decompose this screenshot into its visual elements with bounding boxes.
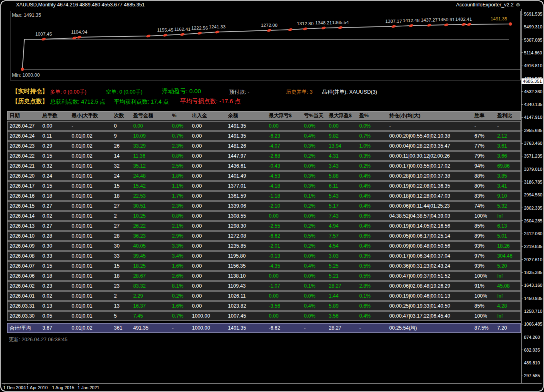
table-cell: 80%	[474, 182, 484, 190]
trade-marker	[391, 24, 396, 28]
table-cell: 0.00	[192, 252, 202, 260]
table-cell: Inf	[497, 212, 503, 220]
history-points-section: 【历史点数】	[12, 98, 48, 105]
table-cell: 2026.04.23	[10, 142, 35, 150]
table-header: 日期总手数最小|大手数次数盈亏金额%出入金余额最大浮亏$亏%当天最大浮盈$盈%持…	[7, 111, 521, 120]
right-axis[interactable]: 5691.5355499.3105307.0855114.8604916.810…	[521, 0, 544, 384]
table-cell: 0.1%	[304, 282, 316, 290]
table-row: 2026.04.200.240.01|0.012424.481.8%0.0014…	[7, 171, 521, 181]
table-cell: -4.35	[269, 262, 280, 270]
price-tick-label: 5691.535	[524, 12, 542, 16]
table-cell: 0.5%	[359, 262, 371, 270]
equity-curve-svg: 1007.451104.941155.451162.411222.561241.…	[10, 11, 520, 80]
tick-mark	[521, 195, 523, 195]
table-cell: 2026.04.14	[10, 212, 35, 220]
table-cell: 0.2%	[359, 162, 371, 170]
table-cell: 0.27	[42, 202, 52, 210]
equity-point-label: 1437.27	[421, 18, 438, 22]
price-tick-label: 489.810	[524, 360, 540, 365]
table-row: 2026.04.220.150.01|0.021411.360.8%0.0014…	[7, 151, 521, 161]
tick-mark	[521, 246, 523, 247]
price-tick-label: 1835.385	[524, 270, 542, 275]
table-cell: 0.1%	[359, 292, 371, 300]
table-row: 2026.04.270.00-00.000.0%0.001491.350.000…	[7, 121, 521, 131]
column-header: 胜率	[474, 112, 484, 120]
table-cell: 0.4%	[359, 222, 371, 230]
table-cell: 0.3%	[359, 252, 371, 260]
table-cell: 0.00	[42, 122, 52, 130]
table-cell: 0.00	[192, 142, 202, 150]
table-cell: 0.00	[192, 122, 202, 130]
table-cell: 1272.08	[228, 232, 246, 240]
price-tick: 682.035	[521, 347, 540, 353]
table-cell: 1436.61	[228, 162, 246, 170]
table-cell: 0.00	[192, 222, 202, 230]
table-cell: 0.0%	[304, 212, 316, 220]
price-tick-label: 5114.860	[524, 50, 542, 55]
table-cell: 0.01|0.01	[72, 272, 92, 280]
current-price-box: 4685.351	[522, 78, 543, 84]
equity-chart-panel[interactable]: 1007.451104.941155.451162.411222.561241.…	[10, 11, 521, 80]
table-cell: 30	[114, 242, 120, 250]
equity-line	[22, 24, 510, 69]
table-cell: 5.20	[497, 262, 507, 270]
table-cell: 3.56	[329, 312, 338, 320]
equity-point-label: 1365.54	[332, 20, 349, 25]
equity-point-label: 1162.41	[174, 27, 191, 32]
price-tick: 297.585	[521, 373, 540, 378]
table-cell: 7.45	[133, 312, 143, 320]
column-header: 日期	[10, 112, 20, 120]
table-cell: 0.28	[42, 232, 52, 240]
table-cell: 22.53	[133, 192, 146, 200]
table-cell: 7.57	[329, 232, 338, 240]
table-cell: 00:00:36|00:31:23|02:43:24	[389, 262, 450, 270]
table-cell: 10.25	[133, 212, 146, 220]
price-tick: 1643.160	[521, 282, 542, 288]
totals-cell: 合计/平均	[10, 324, 31, 332]
table-cell: 67%	[474, 132, 484, 140]
table-cell: 1.44	[329, 292, 338, 300]
updated-timestamp: 更新: 2026.04.27 06:38:45	[9, 336, 68, 343]
table-cell: 30.51	[133, 202, 146, 210]
table-cell: 7.43	[329, 212, 338, 220]
table-cell: 1000.00	[192, 312, 210, 320]
table-cell: 0.01|0.01	[72, 212, 92, 220]
table-cell: 4.28	[497, 302, 507, 310]
tick-mark	[521, 182, 523, 182]
table-cell: 0.01|0.01	[72, 302, 92, 310]
price-tick: 2604.285	[521, 218, 542, 224]
table-cell: 0.30	[42, 242, 52, 250]
price-tick: 3955.685	[521, 128, 542, 133]
table-row: 2026.04.150.270.01|0.012730.512.3%0.0013…	[7, 201, 521, 211]
table-cell: 1023.82	[228, 302, 246, 310]
table-cell: 00:00:19|00:22:08|01:36:35	[389, 182, 450, 190]
table-cell: 1298.30	[228, 222, 246, 230]
table-cell: 89%	[474, 232, 484, 240]
tick-mark	[521, 350, 523, 350]
bottom-axis[interactable]: 1 Dec 20041 Apr 20101 Aug 20151 Jan 2021	[0, 383, 521, 391]
column-header: 持仓(小|均|大)	[389, 112, 420, 120]
table-cell: 45.08	[497, 282, 510, 290]
tick-mark	[521, 259, 523, 260]
table-cell: 2026.04.10	[10, 232, 35, 240]
table-cell: 0.00	[269, 122, 278, 130]
smiley-icon[interactable]: ☺	[515, 1, 521, 8]
table-cell: 1235.85	[228, 242, 246, 250]
equity-point-label: 1348.21	[315, 20, 332, 25]
table-cell: 2.6%	[172, 272, 184, 280]
table-cell: 2026.04.16	[10, 192, 35, 200]
table-cell: 0.4%	[359, 192, 371, 200]
table-cell: 0.01|0.01	[72, 192, 92, 200]
table-cell: 85%	[474, 302, 484, 310]
table-cell: 0.32	[42, 162, 52, 170]
column-header: 亏%当天	[304, 112, 324, 120]
totals-cell: 3.67	[42, 324, 52, 332]
table-cell: 94%	[474, 162, 484, 170]
table-cell: 0.01|0.01	[72, 282, 92, 290]
table-cell: 2026.04.15	[10, 202, 35, 210]
table-cell: 2.3%	[172, 142, 184, 150]
table-cell: 0.01|0.01	[72, 262, 92, 270]
table-cell: 83.32	[133, 282, 146, 290]
table-cell: 28.67	[133, 272, 146, 280]
table-cell: 0.7%	[359, 132, 371, 140]
